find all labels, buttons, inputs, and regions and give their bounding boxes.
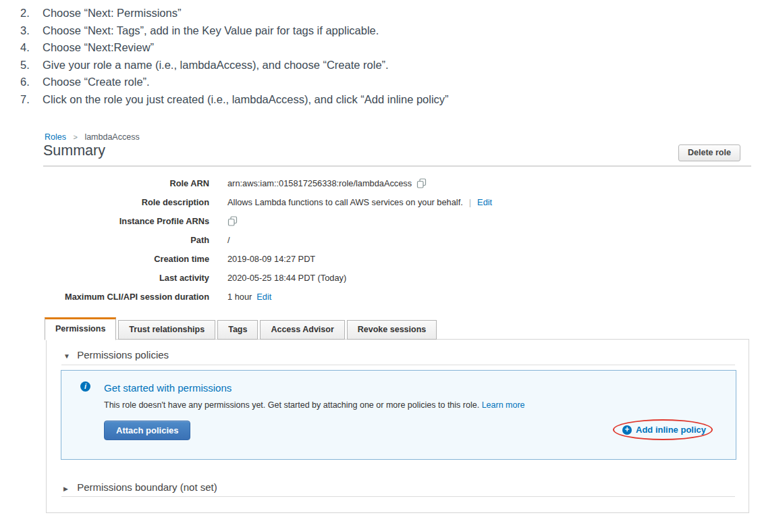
caret-down-icon: ▼ — [63, 352, 74, 360]
plus-circle-icon[interactable]: + — [622, 425, 632, 435]
tab-revoke-sessions[interactable]: Revoke sessions — [347, 320, 437, 340]
instruction-text: Choose “Next: Permissions” — [43, 5, 181, 22]
page: 2. Choose “Next: Permissions” 3. Choose … — [0, 0, 760, 532]
delete-role-button[interactable]: Delete role — [678, 144, 740, 161]
add-inline-policy-label: Add inline policy — [636, 425, 706, 435]
info-box-text: This role doesn't have any permissions y… — [104, 400, 479, 410]
page-title: Summary — [43, 142, 105, 159]
copy-icon[interactable] — [227, 216, 238, 226]
detail-label: Role description — [43, 197, 209, 207]
instruction-number: 3. — [20, 22, 43, 40]
detail-row-instance-profile-arns: Instance Profile ARNs — [43, 211, 492, 230]
copy-icon[interactable] — [416, 178, 427, 188]
last-activity-value: 2020-05-25 18:44 PDT (Today) — [227, 273, 346, 283]
detail-label: Last activity — [43, 273, 209, 283]
instruction-number: 4. — [20, 39, 43, 57]
permissions-tab-panel: ▼ Permissions policies i Get started wit… — [46, 339, 749, 513]
instruction-item: 6. Choose “Create role”. — [20, 74, 449, 91]
section-divider — [61, 496, 735, 497]
tab-access-advisor[interactable]: Access Advisor — [260, 320, 344, 340]
detail-row-max-session: Maximum CLI/API session duration 1 hour … — [43, 287, 492, 306]
title-divider — [43, 165, 751, 167]
detail-label: Instance Profile ARNs — [43, 216, 209, 226]
instruction-item: 5. Give your role a name (i.e., lambdaAc… — [20, 57, 449, 74]
attach-policies-button[interactable]: Attach policies — [104, 421, 190, 440]
info-box-title: Get started with permissions — [104, 382, 232, 394]
info-icon: i — [80, 381, 90, 392]
detail-row-creation-time: Creation time 2019-08-09 14:27 PDT — [43, 249, 492, 268]
permissions-boundary-label: Permissions boundary (not set) — [77, 481, 217, 493]
permissions-policies-label: Permissions policies — [77, 349, 169, 361]
detail-label: Creation time — [43, 254, 209, 264]
section-divider — [61, 365, 735, 365]
instruction-text: Give your role a name (i.e., lambdaAcces… — [43, 57, 389, 74]
path-value: / — [227, 235, 230, 245]
breadcrumb-separator: > — [73, 133, 77, 141]
instruction-text: Choose “Create role”. — [43, 74, 150, 91]
tab-trust-relationships[interactable]: Trust relationships — [118, 320, 215, 340]
role-arn-value: arn:aws:iam::015817256338:role/lambdaAcc… — [227, 178, 412, 188]
role-details: Role ARN arn:aws:iam::015817256338:role/… — [43, 174, 492, 306]
instruction-list: 2. Choose “Next: Permissions” 3. Choose … — [20, 5, 449, 109]
permissions-policies-header[interactable]: ▼ Permissions policies — [63, 349, 169, 361]
caret-right-icon: ▶ — [63, 485, 74, 492]
edit-session-link[interactable]: Edit — [256, 292, 271, 302]
instruction-text: Choose “Next: Tags”, add in the Key Valu… — [43, 22, 379, 40]
instruction-text: Click on the role you just created (i.e.… — [43, 91, 449, 109]
instruction-item: 3. Choose “Next: Tags”, add in the Key V… — [20, 22, 449, 40]
instruction-text: Choose “Next:Review” — [43, 39, 154, 57]
detail-row-last-activity: Last activity 2020-05-25 18:44 PDT (Toda… — [43, 268, 492, 287]
instruction-number: 5. — [20, 57, 43, 74]
role-description-value: Allows Lambda functions to call AWS serv… — [227, 197, 463, 207]
get-started-info-box: i Get started with permissions This role… — [61, 370, 736, 460]
permissions-boundary-header[interactable]: ▶ Permissions boundary (not set) — [63, 481, 217, 493]
instruction-number: 6. — [20, 74, 43, 91]
detail-label: Path — [43, 235, 209, 245]
instruction-item: 4. Choose “Next:Review” — [20, 39, 449, 57]
instruction-item: 2. Choose “Next: Permissions” — [20, 5, 449, 22]
tab-bar: Permissions Trust relationships Tags Acc… — [45, 317, 439, 340]
instruction-item: 7. Click on the role you just created (i… — [20, 91, 449, 109]
instruction-number: 2. — [20, 5, 43, 22]
breadcrumb-roles-link[interactable]: Roles — [45, 132, 66, 142]
divider-pipe: | — [469, 197, 471, 207]
add-inline-policy-link[interactable]: + Add inline policy — [622, 425, 706, 435]
detail-row-path: Path / — [43, 230, 492, 249]
learn-more-link[interactable]: Learn more — [482, 400, 525, 410]
info-box-body: This role doesn't have any permissions y… — [104, 400, 525, 410]
instruction-number: 7. — [20, 91, 43, 109]
breadcrumb: Roles > lambdaAccess — [45, 132, 140, 142]
tab-tags[interactable]: Tags — [217, 320, 258, 340]
max-session-value: 1 hour — [227, 292, 252, 302]
tab-permissions[interactable]: Permissions — [45, 317, 116, 340]
breadcrumb-current: lambdaAccess — [84, 132, 139, 142]
detail-row-role-arn: Role ARN arn:aws:iam::015817256338:role/… — [43, 174, 492, 192]
edit-description-link[interactable]: Edit — [477, 197, 492, 207]
detail-row-role-description: Role description Allows Lambda functions… — [43, 192, 492, 211]
detail-label: Role ARN — [43, 178, 209, 188]
creation-time-value: 2019-08-09 14:27 PDT — [227, 254, 315, 264]
detail-label: Maximum CLI/API session duration — [43, 292, 209, 302]
